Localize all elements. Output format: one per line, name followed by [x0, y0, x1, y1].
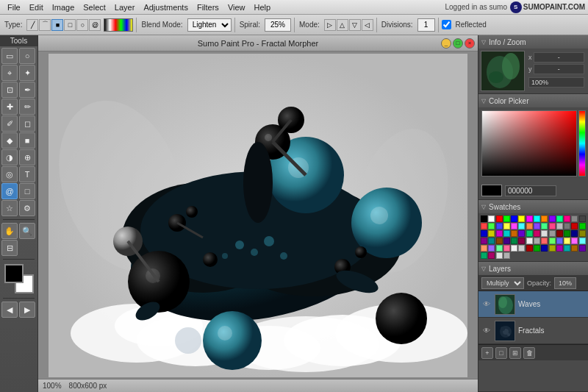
tool-gradient[interactable]: ■	[19, 132, 35, 149]
tool-heal[interactable]: ✚	[1, 99, 18, 115]
swatch-cell[interactable]	[549, 238, 556, 244]
tool-dodge[interactable]: ◑	[1, 149, 18, 165]
layer-eye-fractals[interactable]: 👁	[481, 326, 492, 336]
swatch-cell[interactable]	[518, 215, 525, 222]
shape-btn-spiral[interactable]: @	[89, 19, 101, 31]
spiral-input[interactable]	[265, 18, 291, 32]
layer-item-fractals[interactable]: 👁 Fractals	[478, 318, 588, 344]
swatch-cell[interactable]	[526, 223, 533, 229]
swatch-cell[interactable]	[518, 223, 525, 229]
blend-mode-select[interactable]: Lighten Normal Darken Multiply Screen	[187, 18, 232, 32]
layer-add-button[interactable]: +	[481, 347, 493, 359]
mode-btn-2[interactable]: △	[337, 19, 348, 31]
swatch-cell[interactable]	[503, 245, 510, 252]
swatch-cell[interactable]	[488, 215, 495, 222]
menu-image[interactable]: Image	[48, 0, 79, 14]
tool-zoom[interactable]: 🔍	[19, 223, 35, 239]
foreground-color-swatch[interactable]	[4, 264, 24, 283]
swatch-cell[interactable]	[549, 230, 556, 237]
canvas-frame[interactable]	[38, 51, 478, 379]
tool-fractal[interactable]: @	[1, 183, 18, 199]
swatch-cell[interactable]	[556, 223, 563, 229]
swatch-cell[interactable]	[564, 238, 570, 244]
swatch-cell[interactable]	[488, 252, 495, 259]
layer-merge-button[interactable]: ⊞	[509, 347, 521, 359]
swatch-cell[interactable]	[496, 230, 503, 237]
swatch-cell[interactable]	[541, 245, 548, 252]
swatch-cell[interactable]	[481, 215, 487, 222]
tool-select-ellipse[interactable]: ○	[19, 48, 35, 64]
tool-nav-right[interactable]: ▶	[19, 302, 35, 318]
swatch-cell[interactable]	[534, 215, 540, 222]
swatch-cell[interactable]	[534, 230, 540, 237]
tool-crop[interactable]: ⊡	[1, 82, 18, 98]
swatches-header[interactable]: ▽ Swatches	[478, 200, 588, 213]
menu-file[interactable]: File	[3, 0, 25, 14]
opacity-input[interactable]	[554, 277, 576, 289]
swatch-cell[interactable]	[496, 252, 503, 259]
tool-gear[interactable]: ⚙	[19, 200, 35, 216]
shape-btn-line[interactable]: ╱	[26, 19, 38, 31]
swatch-cell[interactable]	[503, 230, 510, 237]
maximize-button[interactable]: □	[453, 38, 463, 49]
hue-slider[interactable]	[578, 110, 586, 177]
swatch-cell[interactable]	[579, 223, 586, 229]
tool-star[interactable]: ☆	[1, 200, 18, 216]
tool-magic-wand[interactable]: ✦	[19, 65, 35, 81]
swatch-cell[interactable]	[556, 230, 563, 237]
swatch-cell[interactable]	[503, 238, 510, 244]
tool-fill[interactable]: ◆	[1, 132, 18, 149]
swatch-cell[interactable]	[511, 230, 517, 237]
menu-edit[interactable]: Edit	[25, 0, 48, 14]
swatch-cell[interactable]	[496, 238, 503, 244]
layers-header[interactable]: ▽ Layers	[478, 262, 588, 275]
swatch-cell[interactable]	[541, 230, 548, 237]
menu-filters[interactable]: Filters	[193, 0, 223, 14]
current-color-swatch[interactable]	[481, 185, 502, 196]
swatch-cell[interactable]	[488, 223, 495, 229]
swatch-cell[interactable]	[518, 245, 525, 252]
swatch-cell[interactable]	[579, 215, 586, 222]
swatch-cell[interactable]	[481, 230, 487, 237]
tool-shape[interactable]: □	[19, 183, 35, 199]
swatch-cell[interactable]	[541, 215, 548, 222]
swatch-cell[interactable]	[511, 223, 517, 229]
reflected-checkbox[interactable]	[442, 20, 451, 29]
swatch-cell[interactable]	[564, 230, 570, 237]
swatch-cell[interactable]	[556, 215, 563, 222]
tool-select-rect[interactable]: ▭	[1, 48, 18, 64]
layer-item-waves[interactable]: 👁 Waves	[478, 291, 588, 318]
layer-blend-select[interactable]: Multiply Normal Screen Overlay	[481, 277, 524, 289]
swatch-cell[interactable]	[481, 245, 487, 252]
swatch-cell[interactable]	[571, 230, 578, 237]
shape-btn-arc[interactable]: ⌒	[39, 19, 51, 31]
swatch-cell[interactable]	[526, 230, 533, 237]
tool-brush[interactable]: ✏	[19, 99, 35, 115]
swatch-cell[interactable]	[571, 215, 578, 222]
tool-eyedropper[interactable]: ✒	[19, 82, 35, 98]
swatch-cell[interactable]	[481, 238, 487, 244]
menu-view[interactable]: View	[223, 0, 250, 14]
swatch-cell[interactable]	[511, 238, 517, 244]
tool-measure[interactable]: ⊟	[1, 240, 18, 256]
swatch-cell[interactable]	[549, 245, 556, 252]
swatch-cell[interactable]	[511, 215, 517, 222]
swatch-cell[interactable]	[481, 252, 487, 259]
mode-btn-4[interactable]: ◁	[362, 19, 373, 31]
swatch-cell[interactable]	[526, 238, 533, 244]
swatch-cell[interactable]	[579, 238, 586, 244]
tool-smudge[interactable]: ⊕	[19, 149, 35, 165]
swatch-cell[interactable]	[496, 215, 503, 222]
swatch-cell[interactable]	[534, 238, 540, 244]
swatch-cell[interactable]	[511, 245, 517, 252]
swatch-cell[interactable]	[518, 230, 525, 237]
swatch-cell[interactable]	[503, 252, 510, 259]
minimize-button[interactable]: _	[441, 38, 451, 49]
swatch-cell[interactable]	[571, 245, 578, 252]
swatch-cell[interactable]	[541, 223, 548, 229]
color-gradient-swatch[interactable]	[104, 18, 133, 32]
swatch-cell[interactable]	[534, 245, 540, 252]
layer-eye-waves[interactable]: 👁	[481, 299, 492, 310]
shape-btn-fill[interactable]: ■	[51, 19, 63, 31]
menu-adjustments[interactable]: Adjustments	[139, 0, 193, 14]
